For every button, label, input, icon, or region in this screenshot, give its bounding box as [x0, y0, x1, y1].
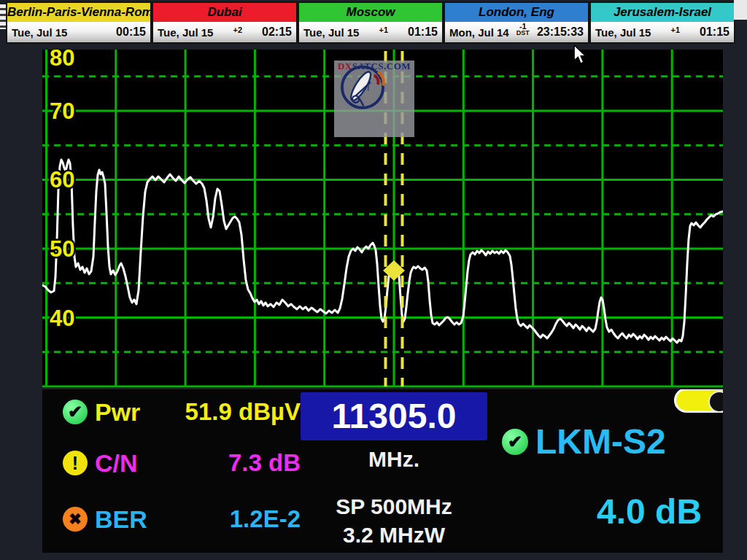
clock-city-name: Dubai: [153, 3, 296, 22]
clock-city-name: Jerusalem-Israel: [591, 3, 734, 22]
y-axis-label: 70: [50, 98, 74, 124]
y-axis-label: 50: [50, 236, 74, 262]
clock-date: Mon, Jul 14: [449, 26, 509, 39]
dxsatcs-watermark: i DXSATCS.COM: [334, 61, 414, 137]
cn-value: 7.3 dB: [144, 447, 301, 479]
frequency-unit: MHz.: [301, 445, 487, 474]
satellite-dish-logo-icon: i: [334, 61, 391, 117]
ber-label: BER: [95, 503, 147, 535]
toggle-knob[interactable]: [708, 391, 723, 413]
clock-time: 01:15: [408, 26, 438, 39]
side-grip-icon[interactable]: [0, 4, 6, 29]
clock-time: 23:15:33: [537, 26, 584, 39]
power-toggle[interactable]: [674, 389, 723, 413]
world-clock-bar: Berlin-Paris-Vienna-RomaTue, Jul 1500:15…: [6, 1, 735, 44]
clock-date-row: Mon, Jul 14-1DST23:15:33: [445, 22, 588, 42]
bandwidth-value: 3.2 MHzW: [301, 521, 487, 550]
clock-panel-0: Berlin-Paris-Vienna-RomaTue, Jul 1500:15: [6, 1, 152, 44]
clock-date-row: Tue, Jul 15+101:15: [591, 22, 734, 42]
ber-status-error-icon: ✖: [63, 507, 88, 532]
margin-value: 4.0 dB: [597, 489, 723, 535]
clock-date: Tue, Jul 15: [158, 26, 213, 39]
y-axis-label: 40: [50, 306, 74, 331]
clock-date: Tue, Jul 15: [12, 26, 67, 39]
y-axis-label: 60: [50, 167, 74, 192]
pwr-status-ok-icon: ✔: [63, 400, 88, 424]
spectrum-trace: [42, 160, 723, 343]
ber-value: 1.2E-2: [144, 503, 301, 535]
pwr-label: Pwr: [95, 396, 140, 428]
lock-status-ok-icon: ✔: [502, 429, 528, 455]
clock-panel-2: MoscowTue, Jul 15+101:15: [298, 1, 444, 44]
standard-value: LKM-S2: [535, 419, 666, 465]
clock-offset-value: +1: [670, 27, 680, 34]
clock-panel-4: Jerusalem-IsraelTue, Jul 15+101:15: [589, 1, 735, 44]
clock-time: 02:15: [262, 26, 292, 39]
clock-utc-offset: +1: [670, 27, 680, 34]
y-axis-label: 80: [50, 50, 74, 71]
clock-utc-offset: +2: [233, 27, 242, 34]
clock-date-row: Tue, Jul 15+202:15: [153, 22, 296, 42]
clock-city-name: London, Eng: [445, 3, 588, 22]
meter-screen: Berlin-Paris-Vienna-RomaTue, Jul 1500:15…: [0, 0, 747, 560]
clock-date: Tue, Jul 15: [303, 26, 359, 39]
pwr-value: 51.9 dBµV: [144, 396, 301, 428]
spectrum-display: 8070605040 i DXSATCS.COM: [42, 50, 723, 387]
clock-utc-offset: -1DST: [516, 23, 530, 36]
clock-offset-value: +2: [233, 27, 242, 34]
mouse-cursor: [573, 44, 587, 65]
cn-label: C/N: [95, 447, 138, 479]
clock-date-row: Tue, Jul 1500:15: [7, 22, 150, 42]
top-right-corner-block: [734, 0, 747, 20]
span-value: SP 500MHz: [301, 492, 487, 521]
clock-time: 00:15: [116, 26, 146, 39]
clock-city-name: Moscow: [299, 3, 442, 22]
clock-date-row: Tue, Jul 15+101:15: [299, 22, 442, 42]
clock-panel-1: DubaiTue, Jul 15+202:15: [152, 1, 298, 44]
clock-offset-label: DST: [516, 30, 530, 36]
cn-status-warn-icon: !: [63, 451, 88, 475]
svg-text:i: i: [367, 83, 369, 93]
clock-panel-3: London, EngMon, Jul 14-1DST23:15:33: [444, 1, 589, 44]
clock-date: Tue, Jul 15: [595, 26, 651, 39]
clock-offset-value: +1: [379, 27, 388, 34]
frequency-field[interactable]: 11305.0: [301, 392, 487, 440]
clock-time: 01:15: [700, 26, 729, 39]
readings-panel: ✔ Pwr 51.9 dBµV ! C/N 7.3 dB ✖ BER 1.2E-…: [42, 389, 723, 553]
clock-city-name: Berlin-Paris-Vienna-Roma: [7, 3, 150, 22]
clock-utc-offset: +1: [379, 27, 388, 34]
